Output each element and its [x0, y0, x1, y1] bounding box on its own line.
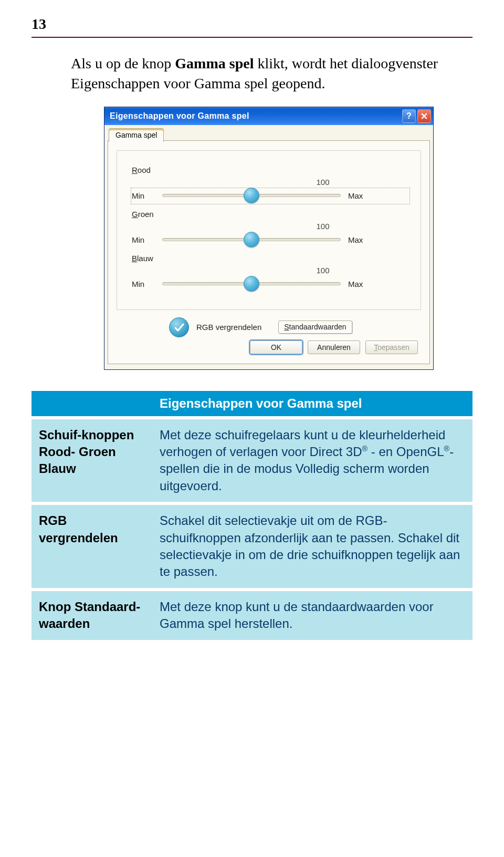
- table-row: Knop Standaard-waarden Met deze knop kun…: [32, 590, 472, 640]
- intro-bold: Gamma spel: [175, 55, 254, 71]
- slider-thumb-icon[interactable]: [244, 232, 259, 247]
- row-desc-sliders: Met deze schuifregelaars kunt u de kleur…: [152, 418, 472, 504]
- gamma-properties-dialog: Eigenschappen voor Gamma spel ? Gamma sp…: [104, 107, 434, 370]
- row-label-rgb-lock: RGB vergrendelen: [32, 503, 152, 590]
- slider-value-groen: 100: [237, 222, 409, 231]
- slider-min-blauw: Min: [132, 280, 155, 288]
- slider-blauw[interactable]: [162, 277, 341, 292]
- horizontal-rule: [32, 37, 472, 38]
- dialog-titlebar[interactable]: Eigenschappen voor Gamma spel ?: [104, 107, 433, 125]
- slider-max-groen: Max: [348, 235, 371, 244]
- row-label-sliders: Schuif-knoppen Rood- Groen Blauw: [32, 418, 152, 504]
- intro-paragraph: Als u op de knop Gamma spel klikt, wordt…: [71, 54, 472, 94]
- sliders-groupbox: Rood 100 Min Max Groen 100 Min: [117, 150, 421, 310]
- close-button[interactable]: [417, 109, 431, 123]
- ok-button[interactable]: OK: [250, 340, 302, 354]
- row-desc-rgb-lock: Schakel dit selectievakje uit om de RGB-…: [152, 503, 472, 590]
- table-header-blank: [32, 391, 152, 418]
- slider-value-blauw: 100: [237, 266, 409, 275]
- slider-label-groen: Groen: [132, 210, 409, 219]
- table-row: RGB vergrendelen Schakel dit selectievak…: [32, 503, 472, 590]
- help-icon: ?: [406, 111, 412, 121]
- slider-label-rood: Rood: [132, 166, 409, 174]
- slider-rood[interactable]: [162, 189, 341, 203]
- slider-max-blauw: Max: [348, 280, 371, 288]
- properties-table: Eigenschappen voor Gamma spel Schuif-kno…: [32, 391, 472, 640]
- help-button[interactable]: ?: [402, 109, 416, 123]
- apply-button[interactable]: Toepassen: [365, 340, 418, 354]
- intro-prefix: Als u op de knop: [71, 55, 175, 71]
- page-number: 13: [32, 16, 472, 33]
- row-desc-defaults: Met deze knop kunt u de standaardwaarden…: [152, 590, 472, 640]
- slider-label-blauw: Blauw: [132, 254, 409, 263]
- defaults-button[interactable]: Standaardwaarden: [278, 321, 352, 334]
- slider-max-rood: Max: [348, 191, 371, 200]
- tab-gamma-spel[interactable]: Gamma spel: [109, 128, 164, 142]
- slider-min-groen: Min: [132, 235, 155, 244]
- slider-min-rood: Min: [132, 191, 155, 200]
- slider-groen[interactable]: [162, 233, 341, 247]
- table-header: Eigenschappen voor Gamma spel: [152, 391, 472, 418]
- slider-thumb-icon[interactable]: [244, 188, 259, 203]
- slider-thumb-icon[interactable]: [244, 276, 259, 292]
- close-icon: [421, 113, 427, 119]
- rgb-lock-label: RGB vergrendelen: [196, 323, 261, 332]
- row-label-defaults: Knop Standaard-waarden: [32, 590, 152, 640]
- cancel-button[interactable]: Annuleren: [308, 340, 360, 354]
- checkmark-icon: [174, 322, 184, 333]
- table-row: Schuif-knoppen Rood- Groen Blauw Met dez…: [32, 418, 472, 504]
- slider-value-rood: 100: [237, 178, 409, 187]
- dialog-title: Eigenschappen voor Gamma spel: [110, 111, 249, 121]
- rgb-lock-toggle[interactable]: [169, 317, 189, 337]
